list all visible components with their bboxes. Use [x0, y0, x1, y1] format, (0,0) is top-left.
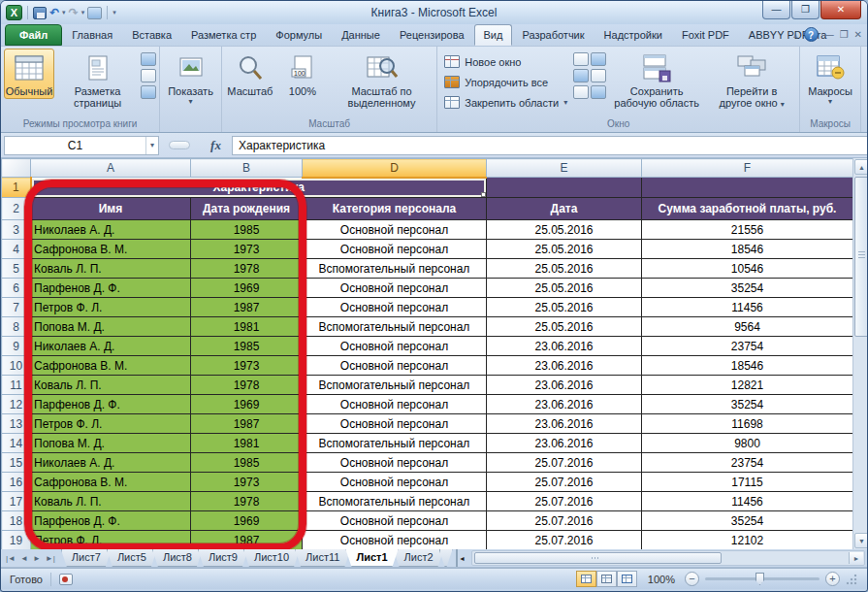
sheet-tab-Лист1[interactable]: Лист1	[345, 549, 398, 567]
cell-D9[interactable]: Основной персонал	[303, 337, 487, 356]
cell-D15[interactable]: Основной персонал	[303, 453, 487, 473]
sheet-tab-Лист7[interactable]: Лист7	[61, 549, 112, 567]
cell-E5[interactable]: 25.05.2016	[487, 259, 642, 279]
cell-B10[interactable]: 1973	[191, 356, 303, 376]
split-icon[interactable]	[573, 52, 589, 66]
cell-A5[interactable]: Коваль Л. П.	[31, 259, 191, 279]
row-header-3[interactable]: 3	[2, 220, 31, 240]
cell-E8[interactable]: 25.05.2016	[487, 317, 642, 337]
view-side-by-side-icon[interactable]	[591, 52, 606, 66]
undo-dropdown-icon[interactable]: ▾	[62, 9, 66, 16]
page-layout-shortcut[interactable]	[596, 571, 617, 587]
normal-view-button[interactable]: Обычный	[4, 49, 54, 99]
zoom-100-button[interactable]: 100 100%	[277, 49, 328, 99]
cell-B6[interactable]: 1969	[191, 279, 303, 298]
cell-E13[interactable]: 23.06.2016	[487, 414, 642, 434]
cell-E10[interactable]: 23.06.2016	[487, 356, 642, 376]
sheet-tab-Лист2[interactable]: Лист2	[394, 549, 444, 567]
cell-F12[interactable]: 35254	[642, 395, 853, 414]
row-header-17[interactable]: 17	[2, 492, 31, 511]
row-header-18[interactable]: 18	[2, 511, 31, 531]
cell-A14[interactable]: Попова М. Д.	[31, 434, 191, 453]
row-header-4[interactable]: 4	[2, 240, 31, 259]
cell-D6[interactable]: Основной персонал	[303, 279, 487, 298]
cell-A15[interactable]: Николаев А. Д.	[31, 453, 191, 473]
zoom-level[interactable]: 100%	[648, 574, 675, 585]
zoom-slider-thumb[interactable]	[755, 573, 764, 585]
cell-E6[interactable]: 25.05.2016	[487, 279, 642, 298]
cell-E4[interactable]: 25.05.2016	[487, 240, 642, 259]
cell-B5[interactable]: 1978	[191, 259, 303, 279]
horizontal-scroll-thumb[interactable]	[474, 552, 722, 564]
cell-D10[interactable]: Основной персонал	[303, 356, 487, 376]
close-button[interactable]: ✕	[820, 1, 861, 19]
cell-E15[interactable]: 25.07.2016	[487, 453, 642, 473]
cell-D14[interactable]: Вспомогательный персонал	[303, 434, 487, 453]
macros-button[interactable]: Макросы ▾	[803, 49, 857, 108]
full-screen-icon[interactable]	[141, 85, 156, 99]
resize-grip[interactable]	[846, 574, 857, 585]
cell-E16[interactable]: 25.07.2016	[487, 473, 642, 492]
zoom-button[interactable]: Масштаб	[225, 49, 275, 99]
row-header-5[interactable]: 5	[2, 259, 31, 279]
formula-input[interactable]: Характеристика	[232, 136, 867, 155]
cell-A8[interactable]: Попова М. Д.	[31, 317, 191, 337]
undo-icon[interactable]: ↶	[49, 6, 59, 19]
select-all-corner[interactable]	[2, 159, 31, 178]
cell-D4[interactable]: Основной персонал	[303, 240, 487, 259]
cell-B4[interactable]: 1973	[191, 240, 303, 259]
column-header-E[interactable]: E	[487, 159, 642, 178]
cell-A9[interactable]: Николаев А. Д.	[31, 337, 191, 356]
row-header-13[interactable]: 13	[2, 414, 31, 434]
restore-button[interactable]: ❐	[791, 1, 820, 19]
sheet-tab-partial[interactable]: .	[439, 549, 453, 567]
fill-handle[interactable]	[481, 192, 486, 197]
ribbon-tab-Формулы[interactable]: Формулы	[266, 24, 332, 46]
ribbon-tab-Разработчик[interactable]: Разработчик	[512, 24, 594, 46]
table-mode-icon[interactable]	[87, 7, 102, 19]
row-header-19[interactable]: 19	[2, 531, 31, 550]
vertical-scroll-thumb[interactable]	[854, 177, 868, 337]
sheet-tab-Лист11[interactable]: Лист11	[295, 549, 350, 567]
ribbon-tab-Файл[interactable]: Файл	[5, 24, 62, 46]
workbook-close-icon[interactable]: ✕	[854, 28, 862, 42]
ribbon-tab-Данные[interactable]: Данные	[332, 24, 390, 46]
cell-F1[interactable]	[642, 178, 853, 198]
cell-F15[interactable]: 23754	[642, 453, 853, 473]
name-box[interactable]: C1 ▾	[4, 136, 159, 155]
row-header-9[interactable]: 9	[2, 337, 31, 356]
ribbon-tab-Главная[interactable]: Главная	[62, 24, 122, 46]
cell-B7[interactable]: 1987	[191, 298, 303, 317]
page-layout-button[interactable]: Разметка страницы	[56, 49, 139, 111]
column-header-B[interactable]: B	[191, 159, 303, 178]
header-cell-4[interactable]: Сумма заработной платы, руб.	[642, 198, 853, 220]
hide-window-icon[interactable]	[573, 69, 589, 82]
redo-icon[interactable]: ↷	[69, 6, 79, 19]
save-icon[interactable]	[33, 7, 47, 19]
show-button[interactable]: Показать ▾	[163, 49, 218, 108]
switch-windows-button[interactable]: Перейти в другое окно ▾	[707, 49, 796, 113]
vertical-scrollbar[interactable]: ▲ ▼	[852, 158, 868, 549]
cell-D7[interactable]: Основной персонал	[303, 298, 487, 317]
zoom-to-selection-button[interactable]: Масштаб по выделенному	[330, 49, 434, 111]
sheet-tab-Лист9[interactable]: Лист9	[198, 549, 248, 567]
cell-D19[interactable]: Основной персонал	[303, 531, 487, 550]
tab-split-handle[interactable]: ◄	[456, 549, 467, 567]
cell-D3[interactable]: Основной персонал	[303, 220, 487, 240]
cell-D13[interactable]: Основной персонал	[303, 414, 487, 434]
row-header-15[interactable]: 15	[2, 453, 31, 473]
last-sheet-icon[interactable]: ►|	[44, 554, 57, 563]
cell-B9[interactable]: 1985	[191, 337, 303, 356]
cell-B18[interactable]: 1969	[191, 511, 303, 531]
cell-D16[interactable]: Основной персонал	[303, 473, 487, 492]
header-cell-2[interactable]: Категория персонала	[303, 198, 487, 220]
cell-A3[interactable]: Николаев А. Д.	[31, 220, 191, 240]
cell-A4[interactable]: Сафронова В. М.	[31, 240, 191, 259]
cell-A11[interactable]: Коваль Л. П.	[31, 376, 191, 395]
scroll-right-icon[interactable]: ►	[849, 552, 863, 564]
cell-E14[interactable]: 23.06.2016	[487, 434, 642, 453]
header-cell-3[interactable]: Дата	[487, 198, 642, 220]
cell-F7[interactable]: 11456	[642, 298, 853, 317]
customize-qat-icon[interactable]: ▾	[113, 9, 116, 16]
normal-view-shortcut[interactable]	[576, 571, 596, 587]
